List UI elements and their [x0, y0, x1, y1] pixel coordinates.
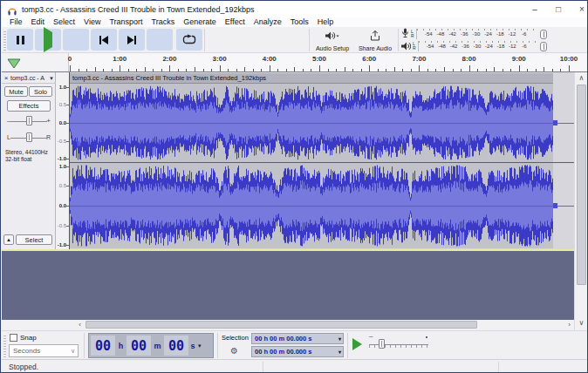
- timeline-tick: [203, 69, 204, 71]
- menu-generate[interactable]: Generate: [179, 17, 221, 27]
- db-scale-label: 0.0: [59, 120, 66, 125]
- timeline-tick: [303, 69, 304, 71]
- menu-tools[interactable]: Tools: [286, 17, 313, 27]
- snap-checkbox[interactable]: [10, 334, 17, 342]
- clip-title-bar[interactable]: tomp3.cc - Assassins Creed III Trouble i…: [70, 73, 553, 84]
- menu-effect[interactable]: Effect: [221, 17, 250, 27]
- skip-to-start-button[interactable]: [91, 29, 117, 51]
- timeline-tick: [128, 69, 129, 71]
- selection-end-field[interactable]: 00 h 00 m 00.000 s▾: [251, 346, 344, 357]
- meter-scale-label: -18: [496, 31, 504, 37]
- position-minutes[interactable]: 00: [126, 336, 151, 356]
- scroll-up-icon[interactable]: ∧: [575, 73, 588, 84]
- track-waveform-area[interactable]: tomp3.cc - Assassins Creed III Trouble i…: [70, 72, 575, 249]
- scroll-right-icon[interactable]: ›: [564, 320, 574, 330]
- timeline-tick: [120, 65, 120, 71]
- selection-settings-gear-icon[interactable]: ⚙: [230, 347, 238, 356]
- audio-setup-button[interactable]: Audio Setup: [312, 29, 352, 51]
- meter-grip[interactable]: [540, 42, 547, 51]
- timeline-tick: [86, 69, 87, 71]
- play-button[interactable]: [35, 29, 61, 51]
- track-name[interactable]: tomp3.cc - A: [10, 75, 49, 81]
- timeline-tick: [411, 69, 412, 71]
- selection-start-field[interactable]: 00 h 00 m 00.000 s▾: [251, 333, 344, 344]
- stop-button[interactable]: [63, 29, 89, 51]
- maximize-button[interactable]: □: [547, 1, 570, 17]
- pan-slider[interactable]: L R: [3, 132, 54, 144]
- bottom-toolbar-dock: Snap Seconds∨ 00 h 00 m 00 s ▾ Selection…: [2, 330, 588, 359]
- recording-meter[interactable]: LR -54-48-42-36-30-24-18-12-6: [401, 28, 547, 40]
- audio-position-display[interactable]: 00 h 00 m 00 s ▾: [88, 333, 214, 358]
- pan-slider-thumb[interactable]: [26, 132, 32, 142]
- menu-file[interactable]: File: [5, 17, 27, 27]
- playback-meter[interactable]: LR -54-48-42-36-30-24-18-12-6: [401, 40, 547, 52]
- timeline-pin-icon[interactable]: [7, 57, 21, 72]
- menu-analyze[interactable]: Analyze: [250, 17, 286, 27]
- timeline-tick: [277, 69, 278, 71]
- close-button[interactable]: ×: [571, 1, 588, 17]
- meter-scale-label: -36: [462, 44, 469, 49]
- snap-toolbar-grip[interactable]: [3, 335, 6, 357]
- select-track-button[interactable]: Select: [16, 234, 52, 245]
- pause-icon: [17, 36, 24, 44]
- meter-scale-label: -12: [509, 31, 516, 37]
- transport-toolbar-grip[interactable]: [3, 30, 6, 51]
- track-close-icon[interactable]: ×: [2, 74, 10, 82]
- skip-to-end-button[interactable]: [119, 29, 145, 51]
- scroll-left-icon[interactable]: ‹: [75, 320, 85, 330]
- menu-view[interactable]: View: [79, 17, 105, 27]
- menu-help[interactable]: Help: [313, 17, 338, 27]
- gain-slider-thumb[interactable]: [26, 116, 32, 125]
- status-bar: Stopped.: [2, 359, 588, 373]
- clip-edge-handle[interactable]: [553, 120, 557, 125]
- speed-max-dot: [426, 336, 427, 338]
- record-button[interactable]: [147, 29, 173, 51]
- meter-scale-label: -54: [427, 44, 434, 49]
- solo-button[interactable]: Solo: [29, 86, 52, 97]
- vertical-scrollbar[interactable]: ∧ ∨: [574, 72, 588, 330]
- effects-button[interactable]: Effects: [7, 100, 51, 112]
- title-bar: tomp3.cc - Assassins Creed III Trouble i…: [2, 1, 588, 17]
- waveform-left-channel[interactable]: [70, 84, 553, 162]
- horizontal-scrollbar-thumb[interactable]: [85, 321, 477, 329]
- timeline-tick: [494, 67, 495, 71]
- loop-button[interactable]: [176, 29, 202, 51]
- play-at-speed-button[interactable]: [352, 338, 362, 350]
- timeline-tick: [486, 69, 487, 71]
- meter-channel-labels: LR: [413, 42, 416, 51]
- audacity-logo-icon: [7, 4, 17, 15]
- track-menu-caret-icon[interactable]: ▼: [49, 76, 54, 81]
- meter-grip[interactable]: [540, 30, 547, 39]
- timeline-tick: [345, 67, 345, 71]
- meter-scale-label: -48: [438, 44, 446, 49]
- menu-tracks[interactable]: Tracks: [147, 17, 180, 27]
- menu-select[interactable]: Select: [49, 17, 79, 27]
- scroll-down-icon[interactable]: ∨: [575, 318, 588, 329]
- menu-edit[interactable]: Edit: [27, 17, 50, 27]
- clip-edge-handle[interactable]: [553, 203, 557, 208]
- position-hours[interactable]: 00: [91, 336, 115, 356]
- vertical-scale-ruler[interactable]: 1.00.50.0-0.5-1.01.00.50.0-0.5-1.0: [56, 72, 70, 249]
- mute-button[interactable]: Mute: [4, 86, 28, 97]
- share-audio-button[interactable]: Share Audio: [354, 29, 396, 51]
- play-speed-thumb[interactable]: [379, 339, 385, 349]
- timeline-tick: [544, 67, 544, 71]
- empty-track-space[interactable]: [2, 249, 574, 320]
- gain-slider[interactable]: – +: [3, 115, 54, 127]
- position-seconds[interactable]: 00: [164, 336, 188, 356]
- minimize-button[interactable]: –: [523, 1, 546, 17]
- timeline-tick-label: 10:00: [560, 55, 578, 63]
- pause-button[interactable]: [7, 29, 33, 51]
- menu-transport[interactable]: Transport: [105, 17, 147, 27]
- horizontal-scrollbar[interactable]: ‹ ›: [2, 320, 574, 330]
- timeline-ruler[interactable]: 01:002:003:004:005:006:007:008:009:0010:…: [69, 53, 575, 71]
- timeline[interactable]: 01:002:003:004:005:006:007:008:009:0010:…: [2, 53, 588, 72]
- waveform-right-channel[interactable]: [70, 163, 553, 248]
- collapse-track-button[interactable]: ▲: [3, 234, 14, 245]
- timeline-tick-label: 8:00: [462, 55, 476, 63]
- meter-scale-label: -30: [474, 44, 482, 49]
- timeline-tick-label: 2:00: [162, 55, 176, 63]
- vertical-scrollbar-thumb[interactable]: [577, 85, 586, 285]
- time-format-caret-icon[interactable]: ▾: [196, 335, 202, 356]
- snap-mode-combo[interactable]: Seconds∨: [9, 344, 79, 357]
